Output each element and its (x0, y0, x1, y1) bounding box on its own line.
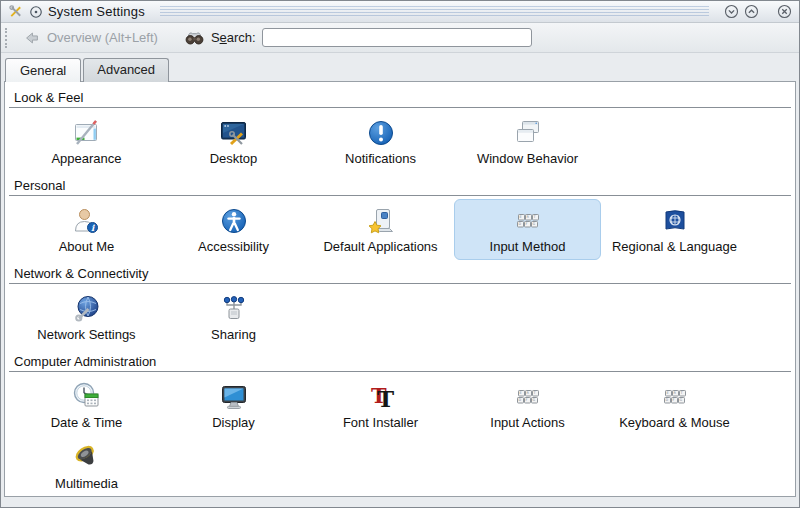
multimedia-icon (71, 442, 103, 474)
item-label: Accessibility (198, 239, 269, 254)
keyboard-icon: ERTDFG (512, 381, 544, 413)
overview-button[interactable]: Overview (Alt+Left) (15, 27, 166, 49)
back-arrow-icon (23, 29, 41, 47)
settings-item-keyboard-mouse[interactable]: ERTDFGKeyboard & Mouse (601, 375, 748, 436)
accessibility-icon (218, 205, 250, 237)
settings-item-desktop[interactable]: Desktop (160, 111, 307, 172)
settings-item-input-method[interactable]: ERTDFGInput Method (454, 199, 601, 260)
settings-item-input-actions[interactable]: ERTDFGInput Actions (454, 375, 601, 436)
item-label: Desktop (210, 151, 258, 166)
settings-item-window-behavior[interactable]: Window Behavior (454, 111, 601, 172)
settings-item-network-settings[interactable]: Network Settings (13, 287, 160, 348)
item-label: Date & Time (51, 415, 123, 430)
section-title-computer-administration: Computer Administration (9, 348, 791, 372)
svg-text:G: G (679, 398, 682, 402)
svg-text:F: F (525, 398, 527, 402)
settings-item-about-me[interactable]: iAbout Me (13, 199, 160, 260)
notifications-icon (365, 117, 397, 149)
search-label: Search: (211, 30, 256, 45)
svg-text:G: G (532, 398, 535, 402)
section-title-look-feel: Look & Feel (9, 84, 791, 108)
binoculars-search-icon (184, 27, 205, 48)
maximize-button[interactable] (744, 4, 759, 19)
section-title-personal: Personal (9, 172, 791, 196)
settings-item-display[interactable]: Display (160, 375, 307, 436)
svg-text:E: E (666, 391, 668, 395)
keyboard-icon: ERTDFG (659, 381, 691, 413)
svg-text:D: D (518, 222, 521, 226)
settings-sections: Look & FeelAppearanceDesktopNotification… (4, 81, 796, 497)
sharing-icon (218, 293, 250, 325)
settings-item-date-time[interactable]: Date & Time (13, 375, 160, 436)
search-input[interactable] (262, 28, 532, 47)
close-button[interactable] (777, 4, 792, 19)
toolbar: Overview (Alt+Left) Search: (1, 23, 799, 53)
item-label: Input Method (490, 239, 566, 254)
item-label: Keyboard & Mouse (619, 415, 730, 430)
settings-item-multimedia[interactable]: Multimedia (13, 436, 160, 497)
item-label: Input Actions (490, 415, 564, 430)
section-grid-personal: iAbout MeAccessibilityDefault Applicatio… (5, 199, 795, 260)
svg-text:D: D (665, 398, 668, 402)
appearance-icon (71, 117, 103, 149)
section-grid-look-feel: AppearanceDesktopNotificationsWindow Beh… (5, 111, 795, 172)
desktop-icon (218, 117, 250, 149)
settings-item-default-applications[interactable]: Default Applications (307, 199, 454, 260)
system-settings-window: System Settings (0, 0, 800, 508)
settings-item-sharing[interactable]: Sharing (160, 287, 307, 348)
item-label: Font Installer (343, 415, 418, 430)
titlebar: System Settings (1, 1, 799, 23)
tab-general[interactable]: General (5, 58, 81, 82)
settings-item-font-installer[interactable]: TTFont Installer (307, 375, 454, 436)
default-applications-icon (365, 205, 397, 237)
section-title-network-connectivity: Network & Connectivity (9, 260, 791, 284)
language-flag-icon (659, 205, 691, 237)
keyboard-icon: ERTDFG (512, 205, 544, 237)
item-label: Notifications (345, 151, 416, 166)
item-label: Regional & Language (612, 239, 737, 254)
user-info-icon: i (71, 205, 103, 237)
window-menu-button[interactable] (28, 4, 43, 19)
svg-text:F: F (672, 398, 674, 402)
display-icon (218, 381, 250, 413)
svg-text:T: T (377, 385, 394, 412)
item-label: About Me (59, 239, 115, 254)
window-title: System Settings (48, 4, 145, 19)
tab-bar: General Advanced (1, 53, 799, 81)
minimize-button[interactable] (724, 4, 739, 19)
network-globe-wrench-icon (71, 293, 103, 325)
tab-advanced[interactable]: Advanced (83, 58, 169, 82)
item-label: Sharing (211, 327, 256, 342)
app-tools-icon (8, 4, 23, 19)
titlebar-decoration-lines (160, 6, 709, 17)
toolbar-handle[interactable] (5, 28, 9, 48)
svg-text:D: D (518, 398, 521, 402)
date-time-icon (71, 381, 103, 413)
svg-text:G: G (532, 222, 535, 226)
item-label: Network Settings (37, 327, 135, 342)
svg-text:E: E (519, 215, 521, 219)
item-label: Window Behavior (477, 151, 578, 166)
svg-text:E: E (519, 391, 521, 395)
settings-item-appearance[interactable]: Appearance (13, 111, 160, 172)
settings-item-accessibility[interactable]: Accessibility (160, 199, 307, 260)
overview-button-label: Overview (Alt+Left) (47, 30, 158, 45)
section-grid-network-connectivity: Network SettingsSharing (5, 287, 795, 348)
item-label: Display (212, 415, 255, 430)
window-behavior-icon (512, 117, 544, 149)
settings-item-regional-language[interactable]: Regional & Language (601, 199, 748, 260)
font-installer-icon: TT (365, 381, 397, 413)
svg-text:F: F (525, 222, 527, 226)
item-label: Default Applications (323, 239, 437, 254)
section-grid-computer-administration: Date & TimeDisplayTTFont InstallerERTDFG… (5, 375, 795, 497)
settings-item-notifications[interactable]: Notifications (307, 111, 454, 172)
item-label: Multimedia (55, 476, 118, 491)
item-label: Appearance (51, 151, 121, 166)
